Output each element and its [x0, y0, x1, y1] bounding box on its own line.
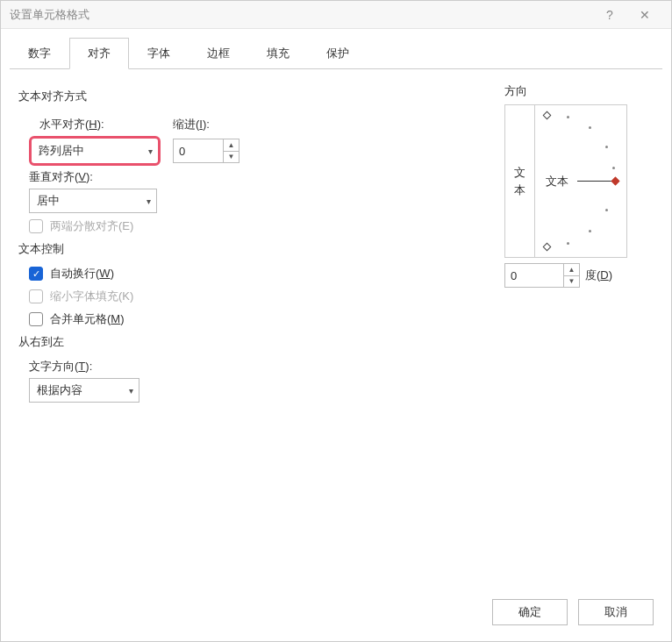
orientation-handle-icon[interactable]	[611, 177, 620, 186]
orientation-degree-label: 度(D)	[585, 268, 612, 283]
orientation-vertical-text-button[interactable]: 文 本	[505, 105, 535, 257]
justify-distributed-checkbox	[29, 219, 43, 233]
help-button[interactable]: ?	[592, 8, 627, 22]
format-cells-dialog: 设置单元格格式 ? ✕ 数字 对齐 字体 边框 填充 保护 文本对齐方式 水平对…	[0, 0, 672, 642]
indent-value: 0	[174, 139, 223, 162]
orientation-diamond-bottom	[543, 243, 552, 252]
orientation-left-char-2: 本	[514, 183, 525, 197]
section-title-rtl: 从右到左	[18, 334, 496, 350]
indent-down[interactable]: ▼	[224, 152, 239, 163]
indent-spinner-buttons: ▲ ▼	[223, 139, 239, 162]
titlebar: 设置单元格格式 ? ✕	[1, 1, 671, 29]
dialog-footer: 确定 取消	[1, 587, 671, 641]
horizontal-indent-row: 水平对齐(H): 跨列居中 ▾ 缩进(I): 0 ▲	[29, 113, 496, 166]
vertical-align-value: 居中	[37, 193, 60, 209]
left-column: 文本对齐方式 水平对齐(H): 跨列居中 ▾ 缩进(I):	[18, 83, 504, 578]
orientation-diamond-top	[543, 111, 552, 120]
text-direction-select[interactable]: 根据内容 ▾	[29, 378, 139, 403]
tab-font[interactable]: 字体	[129, 38, 189, 69]
indent-up[interactable]: ▲	[224, 139, 239, 152]
horizontal-align-block: 水平对齐(H): 跨列居中 ▾	[29, 113, 161, 166]
close-button[interactable]: ✕	[627, 8, 662, 22]
indent-label: 缩进(I):	[173, 117, 239, 132]
merge-cells-checkbox[interactable]	[29, 312, 43, 326]
dialog-content: 文本对齐方式 水平对齐(H): 跨列居中 ▾ 缩进(I):	[1, 69, 671, 587]
orientation-degree-row: 0 ▲ ▼ 度(D)	[504, 263, 654, 288]
vertical-align-label: 垂直对齐(V):	[29, 169, 496, 185]
chevron-down-icon: ▾	[147, 196, 151, 206]
horizontal-align-label: 水平对齐(H):	[39, 117, 161, 132]
orientation-dial[interactable]: 文本	[535, 105, 626, 257]
orientation-tick	[605, 146, 608, 148]
shrink-to-fit-checkbox	[29, 289, 43, 303]
orientation-tick	[605, 209, 608, 211]
wrap-text-label: 自动换行(W)	[50, 266, 114, 282]
orientation-control[interactable]: 文 本	[504, 104, 627, 258]
wrap-text-row[interactable]: ✓ 自动换行(W)	[29, 266, 496, 282]
ok-button[interactable]: 确定	[492, 599, 568, 625]
text-direction-label: 文字方向(T):	[29, 359, 496, 374]
orientation-degree-up[interactable]: ▲	[564, 264, 579, 276]
horizontal-align-select[interactable]: 跨列居中 ▾	[29, 136, 161, 166]
text-direction-row: 根据内容 ▾	[29, 378, 496, 403]
indent-block: 缩进(I): 0 ▲ ▼	[173, 113, 239, 163]
chevron-down-icon: ▾	[129, 386, 133, 396]
tab-alignment[interactable]: 对齐	[69, 38, 129, 69]
justify-distributed-label: 两端分散对齐(E)	[50, 218, 133, 234]
justify-distributed-row: 两端分散对齐(E)	[29, 218, 496, 234]
dialog-title: 设置单元格格式	[10, 7, 592, 23]
orientation-degree-spinner[interactable]: 0 ▲ ▼	[504, 263, 580, 288]
vertical-align-select[interactable]: 居中 ▾	[29, 189, 157, 213]
vertical-align-row: 居中 ▾	[29, 189, 496, 213]
shrink-to-fit-label: 缩小字体填充(K)	[50, 289, 133, 304]
orientation-tick	[589, 126, 591, 129]
merge-cells-row[interactable]: 合并单元格(M)	[29, 311, 496, 327]
orientation-tick	[589, 230, 591, 232]
orientation-group: 方向 文 本	[504, 83, 654, 578]
orientation-tick	[567, 242, 569, 245]
wrap-text-checkbox[interactable]: ✓	[29, 267, 43, 281]
orientation-half-circle: 文本	[540, 111, 621, 252]
tab-border[interactable]: 边框	[189, 38, 248, 69]
tab-number[interactable]: 数字	[10, 38, 69, 69]
tab-strip: 数字 对齐 字体 边框 填充 保护	[1, 29, 671, 69]
indent-spinner[interactable]: 0 ▲ ▼	[173, 139, 239, 163]
tab-protection[interactable]: 保护	[308, 38, 368, 69]
text-direction-value: 根据内容	[37, 382, 82, 398]
horizontal-align-value: 跨列居中	[39, 143, 84, 159]
orientation-title: 方向	[504, 83, 654, 99]
cancel-button[interactable]: 取消	[578, 599, 654, 625]
section-title-text-alignment: 文本对齐方式	[18, 89, 496, 104]
orientation-tick	[612, 167, 615, 169]
section-title-text-control: 文本控制	[18, 241, 496, 257]
orientation-degree-down[interactable]: ▼	[564, 276, 579, 288]
merge-cells-label: 合并单元格(M)	[50, 311, 125, 327]
orientation-left-char-1: 文	[514, 166, 525, 180]
orientation-spinner-buttons: ▲ ▼	[563, 264, 579, 287]
orientation-degree-value: 0	[505, 264, 563, 287]
shrink-to-fit-row: 缩小字体填充(K)	[29, 289, 496, 304]
orientation-tick	[567, 116, 569, 118]
tab-fill[interactable]: 填充	[248, 38, 308, 69]
chevron-down-icon: ▾	[148, 146, 153, 156]
orientation-indicator-line	[577, 181, 612, 182]
orientation-center-text: 文本	[546, 174, 568, 189]
